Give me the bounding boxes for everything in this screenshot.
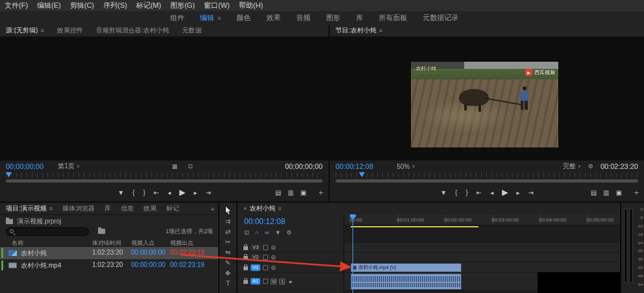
track-target-v3[interactable]: V3	[251, 244, 260, 251]
step-forward-button[interactable]: ▸	[193, 189, 197, 196]
lock-icon[interactable]	[243, 266, 248, 270]
lock-icon[interactable]	[243, 256, 248, 260]
extract-button[interactable]: ▥	[603, 189, 609, 196]
play-button[interactable]: ▶	[179, 188, 185, 197]
program-time-ruler[interactable]	[336, 173, 638, 177]
source-current-timecode[interactable]: 00;00;00;00	[6, 162, 43, 170]
workspace-tab-assembly[interactable]: 组件	[170, 13, 184, 23]
add-marker-icon[interactable]: ▼	[275, 229, 280, 236]
workspace-tab-libraries[interactable]: 库	[356, 13, 363, 23]
output-settings-icon[interactable]: ⊡	[188, 163, 193, 170]
workspace-tab-graphics[interactable]: 图形	[326, 13, 340, 23]
export-frame-button[interactable]: ▣	[616, 189, 622, 196]
program-current-timecode[interactable]: 00:00:12:08	[336, 162, 373, 170]
search-input[interactable]	[6, 227, 89, 236]
close-icon[interactable]: ×	[243, 205, 247, 212]
sync-lock-icon[interactable]	[263, 279, 268, 284]
workspace-tab-editing[interactable]: 编辑	[200, 13, 214, 23]
type-tool[interactable]: T	[226, 280, 230, 287]
button-editor-add-icon[interactable]: +	[318, 188, 323, 197]
mark-out-button[interactable]: }	[143, 189, 145, 196]
slip-tool[interactable]: ⇋	[225, 249, 230, 256]
workspace-tab-all-panels[interactable]: 所有面板	[378, 13, 407, 23]
panel-menu-icon[interactable]: ≡	[40, 27, 43, 34]
workspace-menu-icon[interactable]: ≡	[217, 15, 221, 21]
hand-tool[interactable]: ✥	[225, 270, 230, 277]
video-clip[interactable]: 农村小炖.mp4 [V]	[351, 263, 462, 272]
nest-icon[interactable]: ⊡	[244, 229, 249, 236]
linked-selection-icon[interactable]: ∞	[265, 229, 269, 236]
tab-project[interactable]: 项目:演示视频	[6, 204, 47, 213]
add-marker-button[interactable]: ▼	[440, 189, 447, 196]
workspace-tab-color[interactable]: 颜色	[236, 13, 251, 23]
item-name[interactable]: 农村小炖	[21, 249, 47, 258]
menu-help[interactable]: 帮助(H)	[239, 1, 263, 10]
item-out-point[interactable]: 00:02:23:19	[170, 249, 204, 256]
tab-metadata[interactable]: 元数据	[182, 26, 202, 35]
go-to-in-button[interactable]: ⇤	[477, 189, 482, 196]
timeline-settings-icon[interactable]: ⚙	[286, 229, 291, 236]
track-target-v1[interactable]: V1	[251, 264, 260, 271]
tab-audio-clip-mixer[interactable]: 音频剪辑混合器:农村小炖	[96, 26, 169, 35]
tab-program[interactable]: 节目:农村小炖	[336, 26, 377, 35]
panel-menu-icon[interactable]: ≡	[49, 205, 53, 212]
solo-button[interactable]: S	[279, 279, 285, 285]
program-quality-dropdown[interactable]: 完整∨	[563, 162, 581, 171]
tab-media-browser[interactable]: 媒体浏览器	[62, 204, 95, 213]
menu-graphics[interactable]: 图形(G)	[170, 1, 195, 10]
lane-v2[interactable]	[345, 253, 620, 262]
selection-tool[interactable]	[225, 207, 231, 214]
tab-source[interactable]: 源:(无剪辑)	[6, 26, 38, 35]
item-name[interactable]: 农村小炖.mp4	[21, 261, 61, 270]
source-time-ruler[interactable]	[6, 173, 323, 177]
wrench-icon[interactable]: ⚙	[588, 163, 593, 170]
mute-button[interactable]: M	[271, 279, 277, 285]
menu-clip[interactable]: 剪辑(C)	[70, 1, 94, 10]
lane-v3[interactable]	[345, 243, 620, 253]
source-playhead[interactable]	[6, 172, 12, 177]
mark-in-button[interactable]: {	[132, 189, 134, 196]
tab-overflow-icon[interactable]: »	[210, 205, 214, 212]
track-target-a1[interactable]: A1	[251, 278, 260, 285]
step-back-button[interactable]: ◂	[490, 189, 493, 196]
eye-icon[interactable]: ⊙	[271, 264, 276, 271]
export-frame-button[interactable]: ▣	[301, 189, 306, 196]
go-to-out-button[interactable]: ⇥	[528, 189, 533, 196]
timeline-timecode[interactable]: 00:00:12:08	[244, 217, 285, 226]
item-in-point[interactable]: 00:00:00:00	[131, 261, 166, 268]
sync-lock-icon[interactable]	[263, 265, 268, 270]
source-zoom-scrollbar[interactable]	[6, 179, 323, 183]
play-button[interactable]: ▶	[502, 188, 508, 197]
tab-libraries[interactable]: 库	[105, 204, 111, 213]
program-zoom-scrollbar[interactable]	[336, 179, 638, 183]
go-to-out-button[interactable]: ⇥	[205, 189, 210, 196]
ripple-edit-tool[interactable]: ⇄	[225, 228, 230, 235]
project-row-clip[interactable]: 农村小炖.mp4 1:02:23:20 00:00:00:00 00:02:23…	[0, 259, 218, 272]
lock-icon[interactable]	[243, 280, 248, 284]
mark-in-button[interactable]: {	[455, 189, 457, 196]
pen-tool[interactable]: ✎	[225, 259, 230, 266]
snap-icon[interactable]: ∩	[255, 229, 259, 236]
menu-window[interactable]: 窗口(W)	[204, 1, 230, 10]
track-header-a1[interactable]: A1 M S ◄	[238, 273, 343, 290]
audio-clip[interactable]	[351, 274, 462, 290]
timeline-ruler[interactable]: 00:00 00:01:00:00 00:02:00:00 00:03:00:0…	[345, 214, 620, 225]
program-playhead[interactable]	[359, 172, 365, 177]
sync-lock-icon[interactable]	[263, 245, 268, 250]
program-zoom-dropdown[interactable]: 50%∨	[397, 163, 415, 170]
project-file-row[interactable]: 演示视频.prproj	[6, 217, 61, 226]
button-editor-add-icon[interactable]: +	[634, 188, 639, 197]
razor-tool[interactable]: ✂	[225, 238, 230, 246]
workspace-tab-effects[interactable]: 效果	[266, 13, 280, 23]
item-out-point[interactable]: 00:02:23:19	[170, 261, 204, 268]
insert-button[interactable]: ▤	[275, 189, 281, 196]
project-row-sequence[interactable]: 农村小炖 1:02:23:20 00:00:00:00 00:02:23:19	[0, 247, 218, 259]
tab-info[interactable]: 信息	[121, 204, 134, 213]
tab-markers[interactable]: 标记	[166, 204, 179, 213]
track-header-v3[interactable]: V3 ⊙	[238, 243, 343, 253]
mark-out-button[interactable]: }	[465, 189, 467, 196]
bin-icon[interactable]	[98, 229, 105, 234]
panel-menu-icon[interactable]: ≡	[278, 205, 281, 212]
step-forward-button[interactable]: ▸	[516, 189, 519, 196]
source-page-dropdown[interactable]: 第1页∨	[58, 162, 80, 171]
